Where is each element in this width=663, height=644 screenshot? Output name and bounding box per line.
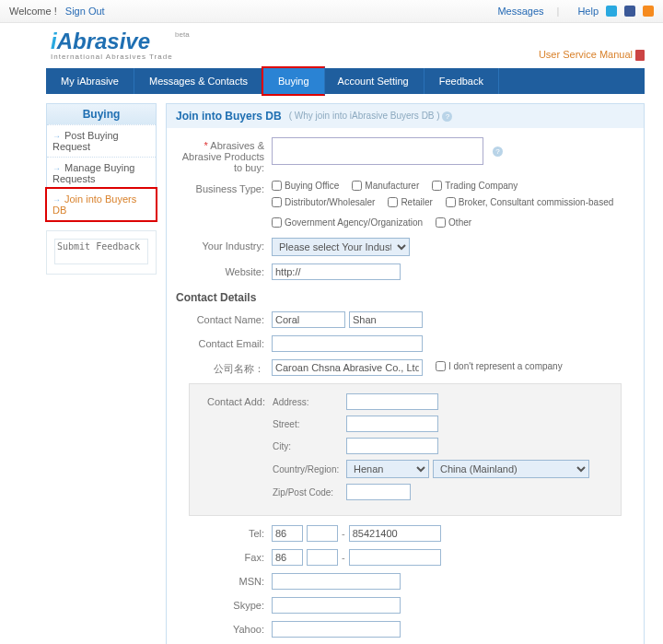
- chk-manufacturer[interactable]: Manufacturer: [352, 181, 419, 191]
- facebook-icon[interactable]: [624, 6, 635, 17]
- fax-country-code[interactable]: [272, 549, 303, 566]
- main-nav: My iAbrasive Messages & Contacts Buying …: [46, 68, 645, 94]
- city-input[interactable]: [346, 438, 438, 454]
- address-input[interactable]: [346, 393, 438, 410]
- province-select[interactable]: Henan: [346, 460, 429, 478]
- sidebar-title: Buying: [47, 104, 156, 124]
- chk-distributor[interactable]: Distributor/Wholesaler: [272, 197, 375, 207]
- business-type-group: Buying Office Manufacturer Trading Compa…: [272, 181, 631, 230]
- help-icon: ?: [442, 111, 452, 122]
- help-link[interactable]: Help: [577, 6, 599, 17]
- products-textarea[interactable]: [272, 137, 483, 165]
- feedback-box: [46, 230, 157, 275]
- contact-details-heading: Contact Details: [176, 291, 644, 304]
- tel-country-code[interactable]: [272, 525, 303, 542]
- nav-buying[interactable]: Buying: [262, 66, 325, 96]
- nav-feedback[interactable]: Feedback: [425, 68, 499, 94]
- feedback-textarea[interactable]: [54, 239, 148, 264]
- sign-out-link[interactable]: Sign Out: [65, 6, 105, 17]
- msn-input[interactable]: [272, 573, 401, 590]
- industry-select[interactable]: Please select Your Industry: [272, 238, 410, 256]
- company-input[interactable]: [272, 359, 423, 376]
- last-name-input[interactable]: [349, 311, 423, 328]
- fax-number[interactable]: [349, 549, 441, 566]
- sidebar-item-join-buyers-db[interactable]: Join into Buyers DB: [45, 187, 157, 222]
- yahoo-input[interactable]: [272, 621, 401, 638]
- top-bar: Welcome ! Sign Out Messages | Help: [0, 0, 663, 23]
- first-name-input[interactable]: [272, 311, 345, 328]
- page-title: Join into Buyers DB: [176, 110, 282, 123]
- nav-account-setting[interactable]: Account Setting: [323, 68, 425, 94]
- why-join-link[interactable]: ( Why join into iAbrasive Buyers DB ) ?: [289, 111, 453, 122]
- zip-input[interactable]: [346, 484, 411, 500]
- rss-icon[interactable]: [643, 6, 654, 17]
- content-header: Join into Buyers DB ( Why join into iAbr…: [167, 104, 644, 128]
- chk-buying-office[interactable]: Buying Office: [272, 181, 339, 191]
- chk-trading-company[interactable]: Trading Company: [432, 181, 518, 191]
- tel-area-code[interactable]: [307, 525, 338, 542]
- sidebar-item-manage-requests[interactable]: Manage Buying Requests: [47, 157, 156, 189]
- document-icon: [635, 50, 645, 61]
- tel-number[interactable]: [349, 525, 441, 542]
- nav-my-iabrasive[interactable]: My iAbrasive: [46, 68, 134, 94]
- chk-retailer[interactable]: Retailer: [388, 197, 432, 207]
- twitter-icon[interactable]: [606, 6, 617, 17]
- address-box: Contact Add: Address: Street: City: Coun…: [189, 383, 622, 516]
- street-input[interactable]: [346, 416, 438, 432]
- country-select[interactable]: China (Mainland): [433, 460, 589, 478]
- user-manual-link[interactable]: User Service Manual: [539, 49, 645, 61]
- messages-link[interactable]: Messages: [497, 6, 543, 17]
- welcome-text: Welcome !: [9, 6, 57, 17]
- skype-input[interactable]: [272, 597, 401, 614]
- chk-broker[interactable]: Broker, Consultant commission-based: [446, 197, 613, 207]
- chk-no-company[interactable]: I don't represent a company: [436, 361, 563, 371]
- logo[interactable]: iAbrasivebeta: [51, 29, 173, 54]
- nav-messages[interactable]: Messages & Contacts: [134, 68, 263, 94]
- chk-other[interactable]: Other: [436, 217, 471, 228]
- website-input[interactable]: [272, 263, 401, 280]
- email-input[interactable]: [272, 335, 423, 352]
- chk-government[interactable]: Government Agency/Organization: [272, 217, 423, 228]
- sidebar-buying: Buying Post Buying Request Manage Buying…: [46, 103, 157, 221]
- help-icon[interactable]: ?: [493, 146, 503, 157]
- sidebar-item-post-request[interactable]: Post Buying Request: [47, 124, 156, 157]
- fax-area-code[interactable]: [307, 549, 338, 566]
